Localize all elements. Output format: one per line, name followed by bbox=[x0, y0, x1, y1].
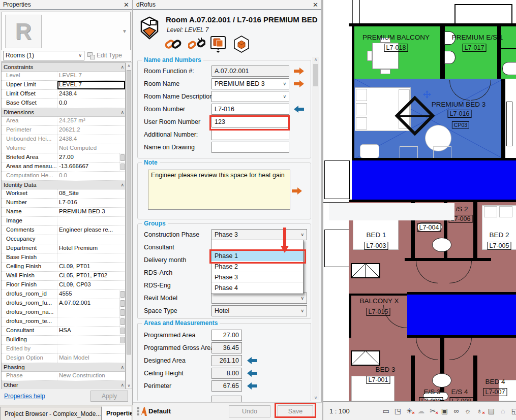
ceiling-height-field[interactable]: 8.00 bbox=[211, 368, 242, 379]
dropdown-option-empty[interactable] bbox=[211, 240, 303, 251]
property-value[interactable] bbox=[57, 235, 125, 244]
temporary-hide-isolate-icon[interactable]: ∞ bbox=[451, 406, 461, 416]
property-value[interactable] bbox=[57, 308, 119, 317]
drofus-scrollbar[interactable]: ∧ ∨ bbox=[312, 57, 319, 400]
programmed-gross-area-field[interactable]: 36.45 bbox=[211, 342, 242, 353]
default-config-label[interactable]: Default bbox=[148, 407, 171, 415]
pull-from-revit-arrow-icon[interactable] bbox=[293, 106, 305, 113]
shadows-icon[interactable]: ☁ bbox=[416, 406, 426, 416]
properties-help-link[interactable]: Properties help bbox=[4, 393, 90, 400]
perimeter-field[interactable]: 67.65 bbox=[211, 380, 242, 392]
worksharing-display-icon[interactable]: ♁× bbox=[475, 406, 484, 416]
corridor[interactable] bbox=[352, 160, 516, 200]
construction-phase-dropdown[interactable]: Phase 1Phase 2Phase 3Phase 4 bbox=[211, 240, 303, 294]
scroll-up-icon[interactable]: ∧ bbox=[126, 63, 132, 68]
room-number-field[interactable]: L7-016 bbox=[211, 104, 289, 115]
property-value[interactable]: A.07.02.001 bbox=[57, 299, 119, 308]
collapse-icon[interactable]: ∧ bbox=[120, 64, 123, 70]
section-header-other[interactable]: Other∧ bbox=[2, 381, 125, 390]
property-value[interactable]: -13.666667 bbox=[57, 163, 119, 171]
apply-button[interactable]: Apply bbox=[90, 391, 128, 402]
associate-param-button[interactable] bbox=[119, 327, 125, 335]
sync-selection-icon[interactable] bbox=[209, 36, 227, 53]
displaced-elements-icon[interactable]: ⌂ bbox=[498, 406, 508, 416]
scroll-up-icon[interactable]: ∧ bbox=[312, 57, 319, 62]
chevron-down-icon[interactable]: ∨ bbox=[300, 308, 304, 313]
chevron-down-icon[interactable]: ▼ bbox=[122, 28, 127, 34]
property-value[interactable]: 2438.4 bbox=[57, 90, 125, 99]
property-value[interactable]: Hotel Premium bbox=[57, 244, 125, 253]
section-header-phasing[interactable]: Phasing∧ bbox=[2, 363, 125, 372]
selection-filter-combo[interactable]: Rooms (1) ∨ bbox=[3, 51, 84, 60]
push-to-drofus-arrow-icon[interactable] bbox=[293, 68, 305, 75]
visual-style-icon[interactable]: ◳ bbox=[393, 406, 403, 416]
room-tag[interactable]: L7-018 bbox=[384, 44, 408, 52]
property-value[interactable] bbox=[57, 253, 125, 262]
view-scale[interactable]: 1 : 100 bbox=[329, 407, 350, 415]
collapse-icon[interactable]: ∧ bbox=[120, 382, 123, 387]
dropdown-option-phase-4[interactable]: Phase 4 bbox=[211, 283, 303, 294]
property-value[interactable]: CL05, PT01, PT02 bbox=[57, 272, 125, 280]
room-tag[interactable]: L7-015 bbox=[367, 308, 390, 316]
chevron-down-icon[interactable]: ∨ bbox=[283, 94, 286, 99]
temporary-view-properties-icon[interactable]: ▤ bbox=[487, 406, 496, 416]
designed-area-field[interactable]: 261.10 bbox=[211, 355, 242, 366]
scroll-down-icon[interactable]: ∨ bbox=[126, 383, 132, 388]
drofus-titlebar[interactable]: dRofus ✕ bbox=[133, 0, 321, 10]
model-cube-icon[interactable] bbox=[233, 36, 250, 53]
sun-path-icon[interactable]: ☀× bbox=[405, 406, 414, 416]
room-name-description-field[interactable]: ∨ bbox=[211, 91, 289, 102]
collapse-icon[interactable]: ∧ bbox=[120, 365, 123, 370]
link-icon[interactable] bbox=[165, 36, 182, 53]
section-header-dimensions[interactable]: Dimensions∧ bbox=[2, 108, 125, 117]
property-value[interactable]: HSA bbox=[57, 327, 119, 335]
property-value[interactable] bbox=[57, 336, 119, 344]
undo-button[interactable]: Undo bbox=[229, 405, 270, 417]
associate-param-button[interactable] bbox=[119, 317, 125, 326]
space-type-combo[interactable]: Hotel∨ bbox=[211, 305, 307, 316]
crop-view-icon[interactable]: ✂× bbox=[428, 406, 438, 416]
detail-level-icon[interactable]: ▭ bbox=[381, 406, 391, 416]
pull-from-revit-arrow-icon[interactable] bbox=[247, 357, 258, 364]
save-button[interactable]: Save bbox=[278, 405, 313, 417]
room-tag[interactable]: L7-016 bbox=[448, 110, 472, 118]
associate-param-button[interactable] bbox=[119, 299, 125, 308]
room-function-field[interactable]: A.07.02.001 bbox=[211, 66, 289, 77]
associate-param-button[interactable] bbox=[119, 308, 125, 317]
crop-region-icon[interactable]: ▣ bbox=[440, 406, 449, 416]
name-on-drawing-field[interactable] bbox=[211, 142, 289, 153]
note-textarea[interactable]: Engineer please review this space for he… bbox=[148, 170, 290, 210]
room-tag[interactable]: L7-007 bbox=[483, 388, 507, 396]
chevron-down-icon[interactable]: ∨ bbox=[283, 81, 286, 86]
room-tag[interactable]: L7-003 bbox=[365, 242, 388, 250]
close-icon[interactable]: ✕ bbox=[313, 1, 318, 9]
section-header-identity-data[interactable]: Identity Data∧ bbox=[2, 181, 125, 189]
push-to-drofus-arrow-icon[interactable] bbox=[293, 80, 305, 87]
associate-param-button[interactable] bbox=[119, 153, 125, 162]
associate-param-button[interactable] bbox=[119, 163, 125, 171]
property-value[interactable]: 08_Site bbox=[57, 189, 125, 198]
property-value[interactable]: 4555 bbox=[57, 290, 119, 299]
property-value[interactable]: Engineer please re... bbox=[57, 226, 125, 235]
chevron-down-icon[interactable]: ∨ bbox=[300, 232, 304, 237]
properties-titlebar[interactable]: Properties ✕ bbox=[0, 0, 132, 10]
edit-type-button[interactable]: Edit Type bbox=[86, 52, 123, 59]
property-value[interactable]: 27.00 bbox=[57, 153, 119, 162]
property-value[interactable]: CL09, PT01 bbox=[57, 263, 125, 271]
room-tag[interactable]: L7-004 bbox=[417, 223, 441, 232]
property-value[interactable]: 0.0 bbox=[57, 99, 125, 108]
dropdown-option-phase-1[interactable]: Phase 1 bbox=[211, 251, 303, 262]
reveal-constraints-icon[interactable]: ◱ bbox=[510, 406, 516, 416]
pull-from-revit-arrow-icon[interactable] bbox=[247, 382, 258, 390]
associate-param-button[interactable] bbox=[119, 290, 125, 299]
property-value[interactable] bbox=[57, 317, 119, 326]
room-name-field[interactable]: PREMIUM BED 3∨ bbox=[211, 78, 289, 89]
revit-model-combo[interactable]: ∨ bbox=[211, 293, 307, 304]
push-to-drofus-arrow-icon[interactable] bbox=[291, 187, 302, 195]
tab-properties[interactable]: Properties bbox=[102, 406, 132, 420]
room-tag[interactable]: L7-017 bbox=[463, 44, 487, 52]
close-icon[interactable]: ✕ bbox=[124, 1, 129, 9]
additional-number-field[interactable] bbox=[211, 129, 289, 140]
chevron-down-icon[interactable]: ∨ bbox=[300, 296, 304, 301]
property-value[interactable]: LEVEL 7 bbox=[57, 81, 125, 89]
